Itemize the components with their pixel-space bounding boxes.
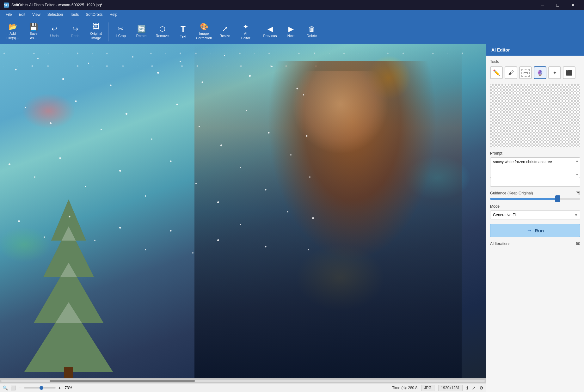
rotate-icon: 🔄 [137,26,146,33]
crop-icon: ✂ [118,26,123,33]
next-button[interactable]: ▶ Next [281,21,301,43]
remove-button[interactable]: ⬡ Remove [152,21,172,43]
share-icon[interactable]: ↗ [472,385,476,390]
zoom-level: 73% [65,386,76,390]
tools-section-label: Tools [490,59,580,64]
original-image-label: OriginalImage [90,32,102,40]
status-bar: 🔍 ⬜ − + 73% Time (s): 280.8 JPG 1920x128 [0,383,486,392]
rotate-button[interactable]: 🔄 Rotate [131,21,151,43]
settings-icon[interactable]: ⚙ [479,385,483,390]
title-bar-controls: ─ □ ✕ [535,0,580,10]
mode-select[interactable]: Generative Fill Inpainting Outpainting [490,211,580,219]
hscroll-track[interactable] [1,380,485,382]
redo-button[interactable]: ↪ Redo [65,21,85,43]
image-dimensions: 1920x1281 [438,385,463,391]
menu-help[interactable]: Help [107,11,121,18]
image-correction-button[interactable]: 🎨 ImageCorrection [194,21,214,43]
save-as-button[interactable]: 💾 Saveas... [23,21,44,43]
svg-point-31 [170,161,172,162]
menu-file[interactable]: File [3,11,15,18]
menu-view[interactable]: View [29,11,44,18]
run-button-label: Run [535,228,544,233]
zoom-plus-button[interactable]: + [58,385,61,390]
toolbar-separator-2 [258,22,258,41]
save-as-icon: 💾 [29,23,38,30]
previous-button[interactable]: ◀ Previous [260,21,280,43]
resize-label: Resize [219,34,230,38]
delete-button[interactable]: 🗑 Delete [302,21,322,43]
tool-brush[interactable]: 🖌 [505,66,517,79]
main-content: 🔍 ⬜ − + 73% Time (s): 280.8 JPG 1920x128 [0,44,584,392]
tool-select-rect[interactable]: ▭ [519,66,532,79]
menu-tools[interactable]: Tools [67,11,82,18]
status-left: 🔍 ⬜ − + 73% [3,385,76,390]
prompt-label: Prompt [490,151,580,156]
svg-point-2 [62,78,64,80]
ai-editor-button[interactable]: ✦ AIEditor [236,21,256,43]
app-icon: SO [4,3,9,8]
ai-iterations-label: AI Iterations [490,242,510,246]
mode-select-wrapper: Generative Fill Inpainting Outpainting ▼ [490,211,580,219]
toolbar: 📂 AddFile(s)... 💾 Saveas... ↩ Undo ↪ Red… [0,19,584,44]
menu-softorbits[interactable]: SoftOrbits [83,11,106,18]
undo-label: Undo [50,34,58,38]
app-title: SoftOrbits AI Photo Editor - woman-60022… [11,3,102,7]
zoom-fit-rect-icon[interactable]: ⬜ [10,385,16,390]
menu-edit[interactable]: Edit [15,11,28,18]
original-image-button[interactable]: 🖼 OriginalImage [86,21,106,43]
resize-icon: ⤢ [222,26,228,33]
undo-button[interactable]: ↩ Undo [44,21,65,43]
prompt-textarea-wrapper: ▲ ▼ [490,157,580,178]
tool-eraser[interactable]: ⬛ [563,66,575,79]
guidance-slider-track[interactable] [490,198,580,200]
title-bar: SO SoftOrbits AI Photo Editor - woman-60… [0,0,584,10]
rotate-label: Rotate [136,34,146,38]
prompt-scroll-down[interactable]: ▼ [575,173,579,176]
zoom-thumb[interactable] [40,386,43,390]
image-correction-icon: 🎨 [200,23,208,30]
tool-pencil[interactable]: ✏️ [490,66,503,79]
zoom-fit-icon[interactable]: 🔍 [3,385,8,390]
guidance-slider-thumb[interactable] [555,195,560,202]
panel-body: Tools ✏️ 🖌 ▭ 🔮 ✦ ⬛ [486,56,584,392]
canvas-wrapper[interactable] [0,44,486,378]
zoom-minus-button[interactable]: − [18,385,22,390]
time-value: 280.8 [408,386,417,390]
svg-point-30 [145,195,146,197]
original-image-icon: 🖼 [93,23,100,30]
hscroll-thumb[interactable] [50,380,195,382]
panel-header: AI Editor [486,44,584,56]
prompt-input-secondary[interactable] [490,178,580,187]
remove-icon: ⬡ [159,26,165,33]
redo-label: Redo [71,34,79,38]
add-files-button[interactable]: 📂 AddFile(s)... [3,21,23,43]
right-panel: AI Editor Tools ✏️ 🖌 ▭ 🔮 ✦ [486,44,584,392]
info-icon[interactable]: ℹ [466,385,468,390]
woman-face [292,71,389,154]
run-button[interactable]: → Run [490,224,580,237]
canvas-hscroll[interactable] [0,378,486,383]
svg-point-18 [151,138,152,140]
minimize-button[interactable]: ─ [535,0,550,10]
tool-magic-select[interactable]: 🔮 [534,66,546,79]
delete-label: Delete [307,34,317,38]
resize-button[interactable]: ⤢ Resize [215,21,235,43]
title-bar-left: SO SoftOrbits AI Photo Editor - woman-60… [4,3,102,8]
text-button[interactable]: T Text [173,21,193,43]
prompt-scroll-up[interactable]: ▲ [575,159,579,162]
menu-selection[interactable]: Selection [44,11,66,18]
prompt-textarea[interactable] [490,158,580,177]
svg-point-25 [9,163,10,165]
svg-point-3 [88,63,89,64]
maximize-button[interactable]: □ [550,0,565,10]
crop-button[interactable]: ✂ 1 Crop [110,21,131,43]
svg-point-17 [126,113,127,115]
next-label: Next [287,34,295,38]
close-button[interactable]: ✕ [566,0,580,10]
christmas-tree [24,195,113,378]
zoom-slider[interactable] [24,387,56,389]
time-label: Time (s): 280.8 [392,386,417,390]
tool-star[interactable]: ✦ [548,66,561,79]
ai-iterations-value: 50 [576,242,580,246]
guidance-row: Guidance (Keep Original) 75 [490,191,580,195]
